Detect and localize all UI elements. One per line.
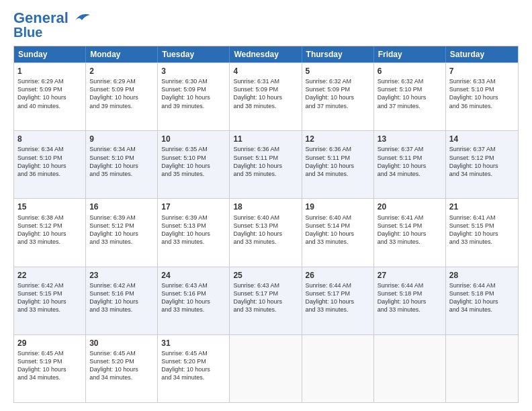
header-cell-wednesday: Wednesday	[230, 46, 302, 62]
cal-cell: 31Sunrise: 6:45 AM Sunset: 5:20 PM Dayli…	[158, 335, 230, 402]
cell-text: Sunrise: 6:34 AM Sunset: 5:10 PM Dayligh…	[89, 145, 154, 178]
cal-cell: 19Sunrise: 6:40 AM Sunset: 5:14 PM Dayli…	[302, 199, 374, 266]
day-number: 3	[161, 66, 226, 77]
week-row-1: 1Sunrise: 6:29 AM Sunset: 5:09 PM Daylig…	[14, 62, 518, 130]
cell-text: Sunrise: 6:44 AM Sunset: 5:17 PM Dayligh…	[306, 281, 370, 314]
cal-cell: 3Sunrise: 6:30 AM Sunset: 5:09 PM Daylig…	[158, 63, 230, 130]
cell-text: Sunrise: 6:29 AM Sunset: 5:09 PM Dayligh…	[89, 77, 154, 110]
cell-text: Sunrise: 6:40 AM Sunset: 5:14 PM Dayligh…	[306, 214, 370, 246]
cal-cell: 23Sunrise: 6:42 AM Sunset: 5:16 PM Dayli…	[86, 267, 158, 334]
day-number: 17	[161, 201, 226, 212]
week-row-2: 8Sunrise: 6:34 AM Sunset: 5:10 PM Daylig…	[14, 130, 518, 198]
day-number: 21	[449, 201, 515, 212]
day-number: 22	[17, 270, 82, 281]
day-number: 18	[233, 201, 298, 212]
cal-cell: 16Sunrise: 6:39 AM Sunset: 5:12 PM Dayli…	[86, 199, 158, 266]
cell-text: Sunrise: 6:37 AM Sunset: 5:11 PM Dayligh…	[378, 145, 442, 178]
day-number: 30	[89, 338, 154, 349]
header-cell-monday: Monday	[86, 46, 158, 62]
cal-cell: 20Sunrise: 6:41 AM Sunset: 5:14 PM Dayli…	[374, 199, 446, 266]
cell-text: Sunrise: 6:42 AM Sunset: 5:16 PM Dayligh…	[89, 281, 154, 314]
day-number: 10	[161, 134, 226, 144]
cell-text: Sunrise: 6:31 AM Sunset: 5:09 PM Dayligh…	[233, 77, 298, 110]
cell-text: Sunrise: 6:41 AM Sunset: 5:15 PM Dayligh…	[449, 214, 515, 246]
cell-text: Sunrise: 6:36 AM Sunset: 5:11 PM Dayligh…	[306, 145, 370, 178]
cal-cell: 10Sunrise: 6:35 AM Sunset: 5:10 PM Dayli…	[158, 131, 230, 198]
cal-cell: 11Sunrise: 6:36 AM Sunset: 5:11 PM Dayli…	[230, 131, 302, 198]
cell-text: Sunrise: 6:45 AM Sunset: 5:20 PM Dayligh…	[89, 349, 154, 382]
day-number: 20	[378, 201, 442, 212]
cal-cell: 30Sunrise: 6:45 AM Sunset: 5:20 PM Dayli…	[86, 335, 158, 402]
calendar-body: 1Sunrise: 6:29 AM Sunset: 5:09 PM Daylig…	[14, 62, 518, 402]
cal-cell: 15Sunrise: 6:38 AM Sunset: 5:12 PM Dayli…	[14, 199, 86, 266]
cal-cell: 5Sunrise: 6:32 AM Sunset: 5:09 PM Daylig…	[302, 63, 374, 130]
cal-cell: 27Sunrise: 6:44 AM Sunset: 5:18 PM Dayli…	[374, 267, 446, 334]
cal-cell	[230, 335, 302, 402]
cal-cell: 9Sunrise: 6:34 AM Sunset: 5:10 PM Daylig…	[86, 131, 158, 198]
day-number: 29	[17, 338, 82, 349]
cell-text: Sunrise: 6:33 AM Sunset: 5:10 PM Dayligh…	[449, 77, 515, 110]
day-number: 15	[17, 201, 82, 212]
cal-cell	[302, 335, 374, 402]
cal-cell: 17Sunrise: 6:39 AM Sunset: 5:13 PM Dayli…	[158, 199, 230, 266]
day-number: 31	[161, 338, 226, 349]
logo-general: General	[13, 9, 69, 26]
week-row-4: 22Sunrise: 6:42 AM Sunset: 5:15 PM Dayli…	[14, 267, 518, 334]
logo-bird-icon	[70, 11, 91, 26]
day-number: 13	[378, 134, 442, 144]
header-cell-sunday: Sunday	[14, 46, 86, 62]
cal-cell: 26Sunrise: 6:44 AM Sunset: 5:17 PM Dayli…	[302, 267, 374, 334]
cell-text: Sunrise: 6:45 AM Sunset: 5:19 PM Dayligh…	[17, 349, 82, 382]
day-number: 28	[449, 270, 515, 281]
cal-cell	[446, 335, 518, 402]
cell-text: Sunrise: 6:29 AM Sunset: 5:09 PM Dayligh…	[17, 77, 82, 110]
week-row-5: 29Sunrise: 6:45 AM Sunset: 5:19 PM Dayli…	[14, 334, 518, 402]
cal-cell: 2Sunrise: 6:29 AM Sunset: 5:09 PM Daylig…	[86, 63, 158, 130]
cal-cell: 14Sunrise: 6:37 AM Sunset: 5:12 PM Dayli…	[446, 131, 518, 198]
day-number: 12	[306, 134, 370, 144]
cell-text: Sunrise: 6:40 AM Sunset: 5:13 PM Dayligh…	[233, 214, 298, 246]
day-number: 16	[89, 201, 154, 212]
cal-cell: 8Sunrise: 6:34 AM Sunset: 5:10 PM Daylig…	[14, 131, 86, 198]
cell-text: Sunrise: 6:37 AM Sunset: 5:12 PM Dayligh…	[449, 145, 515, 178]
day-number: 4	[233, 66, 298, 77]
cell-text: Sunrise: 6:35 AM Sunset: 5:10 PM Dayligh…	[161, 145, 226, 178]
cell-text: Sunrise: 6:41 AM Sunset: 5:14 PM Dayligh…	[378, 214, 442, 246]
header-cell-friday: Friday	[374, 46, 446, 62]
cell-text: Sunrise: 6:36 AM Sunset: 5:11 PM Dayligh…	[233, 145, 298, 178]
day-number: 14	[449, 134, 515, 144]
day-number: 11	[233, 134, 298, 144]
cal-cell: 29Sunrise: 6:45 AM Sunset: 5:19 PM Dayli…	[14, 335, 86, 402]
day-number: 7	[449, 66, 515, 77]
cell-text: Sunrise: 6:42 AM Sunset: 5:15 PM Dayligh…	[17, 281, 82, 314]
header-cell-saturday: Saturday	[446, 46, 518, 62]
day-number: 6	[378, 66, 442, 77]
cell-text: Sunrise: 6:44 AM Sunset: 5:18 PM Dayligh…	[378, 281, 442, 314]
cal-cell: 1Sunrise: 6:29 AM Sunset: 5:09 PM Daylig…	[14, 63, 86, 130]
day-number: 1	[17, 66, 82, 77]
day-number: 5	[306, 66, 370, 77]
day-number: 27	[378, 270, 442, 281]
cell-text: Sunrise: 6:45 AM Sunset: 5:20 PM Dayligh…	[161, 349, 226, 382]
day-number: 19	[306, 201, 370, 212]
cell-text: Sunrise: 6:32 AM Sunset: 5:09 PM Dayligh…	[306, 77, 370, 110]
logo: General Blue	[13, 11, 91, 39]
calendar-header: SundayMondayTuesdayWednesdayThursdayFrid…	[14, 46, 518, 62]
header-cell-thursday: Thursday	[302, 46, 374, 62]
cell-text: Sunrise: 6:39 AM Sunset: 5:13 PM Dayligh…	[161, 214, 226, 246]
page: General Blue SundayMondayTuesdayWednesda…	[0, 0, 532, 411]
cal-cell: 7Sunrise: 6:33 AM Sunset: 5:10 PM Daylig…	[446, 63, 518, 130]
header: General Blue	[13, 11, 519, 39]
cal-cell: 24Sunrise: 6:43 AM Sunset: 5:16 PM Dayli…	[158, 267, 230, 334]
cal-cell: 13Sunrise: 6:37 AM Sunset: 5:11 PM Dayli…	[374, 131, 446, 198]
header-cell-tuesday: Tuesday	[158, 46, 230, 62]
day-number: 26	[306, 270, 370, 281]
day-number: 24	[161, 270, 226, 281]
cal-cell: 22Sunrise: 6:42 AM Sunset: 5:15 PM Dayli…	[14, 267, 86, 334]
cal-cell: 25Sunrise: 6:43 AM Sunset: 5:17 PM Dayli…	[230, 267, 302, 334]
cal-cell: 18Sunrise: 6:40 AM Sunset: 5:13 PM Dayli…	[230, 199, 302, 266]
day-number: 25	[233, 270, 298, 281]
week-row-3: 15Sunrise: 6:38 AM Sunset: 5:12 PM Dayli…	[14, 198, 518, 266]
cell-text: Sunrise: 6:38 AM Sunset: 5:12 PM Dayligh…	[17, 214, 82, 246]
cell-text: Sunrise: 6:32 AM Sunset: 5:10 PM Dayligh…	[378, 77, 442, 110]
